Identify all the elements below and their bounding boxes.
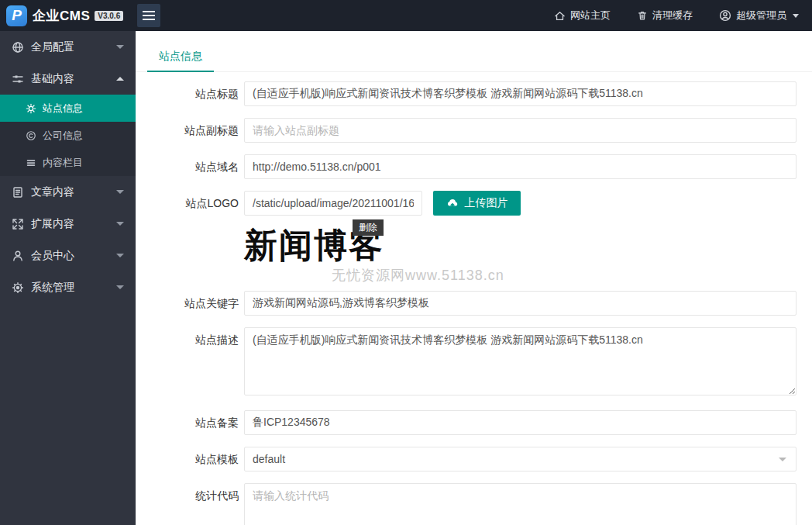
system-gear-icon <box>12 281 24 294</box>
hamburger-icon <box>143 11 155 12</box>
trash-icon <box>637 10 648 21</box>
document-icon <box>12 186 24 199</box>
site-title-input[interactable] <box>244 81 797 106</box>
gear-icon <box>26 103 36 114</box>
top-bar: P 企业CMS V3.0.6 网站主页 清理缓存 超级管理员 <box>0 0 812 31</box>
chevron-down-icon <box>116 254 124 257</box>
copyright-icon <box>26 130 36 141</box>
site-icp-label: 站点备案 <box>136 410 239 435</box>
site-template-label: 站点模板 <box>136 447 239 471</box>
upload-image-button[interactable]: 上传图片 <box>433 191 521 216</box>
member-icon <box>12 250 24 262</box>
delete-image-button[interactable]: 删除 <box>353 219 384 236</box>
header-nav: 网站主页 清理缓存 超级管理员 <box>541 0 812 31</box>
chevron-down-icon <box>779 458 786 461</box>
site-domain-input[interactable] <box>244 154 797 179</box>
nav-admin-label: 超级管理员 <box>736 9 786 22</box>
chevron-down-icon <box>116 45 124 49</box>
logo-watermark-text: 无忧资源网www.51138.cn <box>244 266 492 285</box>
sidebar-item-member-center[interactable]: 会员中心 <box>0 240 136 271</box>
nav-admin-menu[interactable]: 超级管理员 <box>706 0 812 31</box>
nav-clear-cache[interactable]: 清理缓存 <box>624 0 706 31</box>
sidebar-item-site-info[interactable]: 站点信息 <box>0 95 136 122</box>
chevron-down-icon <box>116 190 124 194</box>
upload-image-label: 上传图片 <box>464 196 508 210</box>
site-template-selected-value: default <box>253 453 285 465</box>
brand-title: 企业CMS <box>33 7 90 25</box>
site-icp-input[interactable] <box>244 410 797 435</box>
version-badge: V3.0.6 <box>95 11 123 21</box>
sidebar-item-label: 文章内容 <box>31 185 74 199</box>
site-subtitle-label: 站点副标题 <box>136 118 239 143</box>
chevron-down-icon <box>116 222 124 226</box>
site-keywords-label: 站点关键字 <box>136 291 239 316</box>
site-info-form: 站点标题 站点副标题 站点域名 站点LOGO 上传图片 <box>136 72 812 525</box>
sidebar-item-label: 公司信息 <box>43 129 83 143</box>
site-title-label: 站点标题 <box>136 81 239 106</box>
list-icon <box>26 157 36 168</box>
form-row-site-domain: 站点域名 <box>136 154 812 179</box>
stats-code-label: 统计代码 <box>136 483 239 525</box>
form-row-site-icp: 站点备案 <box>136 410 812 435</box>
nav-site-home-label: 网站主页 <box>570 9 611 22</box>
sidebar-item-content-columns[interactable]: 内容栏目 <box>0 149 136 176</box>
sidebar-item-label: 站点信息 <box>43 102 83 116</box>
sidebar-item-label: 基础内容 <box>31 72 74 86</box>
site-logo-label: 站点LOGO <box>136 191 239 285</box>
chevron-down-icon <box>793 14 799 18</box>
sidebar-item-label: 内容栏目 <box>43 156 83 170</box>
tab-bar: 站点信息 <box>136 41 812 72</box>
sidebar-item-article-content[interactable]: 文章内容 <box>0 176 136 208</box>
user-circle-icon <box>719 9 731 22</box>
home-icon <box>554 10 566 22</box>
submenu-basic-content: 站点信息 公司信息 内容栏目 <box>0 95 136 176</box>
sidebar-item-label: 会员中心 <box>31 249 74 263</box>
sidebar-item-global-config[interactable]: 全局配置 <box>0 31 136 63</box>
sidebar-item-label: 系统管理 <box>31 281 74 295</box>
sidebar-item-company-info[interactable]: 公司信息 <box>0 122 136 149</box>
stats-code-textarea[interactable] <box>244 483 797 525</box>
sidebar: 全局配置 基础内容 站点信息 公司信息 内容栏目 文章内容 扩展内容 会员中心 <box>0 31 136 525</box>
brand-area[interactable]: P 企业CMS V3.0.6 <box>0 5 136 26</box>
chevron-down-icon <box>116 285 124 289</box>
form-row-stats-code: 统计代码 <box>136 483 812 525</box>
tab-site-info[interactable]: 站点信息 <box>147 41 214 72</box>
expand-icon <box>12 218 24 230</box>
form-row-site-subtitle: 站点副标题 <box>136 118 812 143</box>
cloud-upload-icon <box>446 197 459 209</box>
sidebar-item-label: 全局配置 <box>31 40 74 54</box>
sidebar-toggle-button[interactable] <box>137 4 160 27</box>
logo-preview: 删除 新闻博客 无忧资源网www.51138.cn <box>244 226 492 285</box>
form-row-site-logo: 站点LOGO 上传图片 删除 新闻博客 无忧资源网www.51138.cn <box>136 191 812 285</box>
chevron-up-icon <box>116 77 124 81</box>
sidebar-item-extended-content[interactable]: 扩展内容 <box>0 208 136 240</box>
form-row-site-description: 站点描述 (自适应手机版)响应式新闻资讯技术博客织梦模板 游戏新闻网站源码下载5… <box>136 327 812 399</box>
nav-clear-cache-label: 清理缓存 <box>652 9 693 22</box>
form-row-site-keywords: 站点关键字 <box>136 291 812 316</box>
nav-site-home[interactable]: 网站主页 <box>541 0 624 31</box>
form-row-site-title: 站点标题 <box>136 81 812 106</box>
sidebar-item-system-manage[interactable]: 系统管理 <box>0 271 136 303</box>
site-description-label: 站点描述 <box>136 327 239 399</box>
site-subtitle-input[interactable] <box>244 118 797 143</box>
globe-icon <box>12 41 24 54</box>
form-row-site-template: 站点模板 default <box>136 447 812 471</box>
site-logo-path-input[interactable] <box>244 191 422 216</box>
main-content: 站点信息 站点标题 站点副标题 站点域名 站点LOGO <box>136 31 812 525</box>
site-template-select[interactable]: default <box>244 447 797 471</box>
site-keywords-input[interactable] <box>244 291 797 316</box>
pbootcms-logo-icon: P <box>6 5 27 26</box>
site-domain-label: 站点域名 <box>136 154 239 179</box>
sidebar-item-label: 扩展内容 <box>31 217 74 231</box>
site-description-textarea[interactable]: (自适应手机版)响应式新闻资讯技术博客织梦模板 游戏新闻网站源码下载51138.… <box>244 327 797 395</box>
sidebar-item-basic-content[interactable]: 基础内容 <box>0 63 136 95</box>
sliders-icon <box>12 73 24 85</box>
